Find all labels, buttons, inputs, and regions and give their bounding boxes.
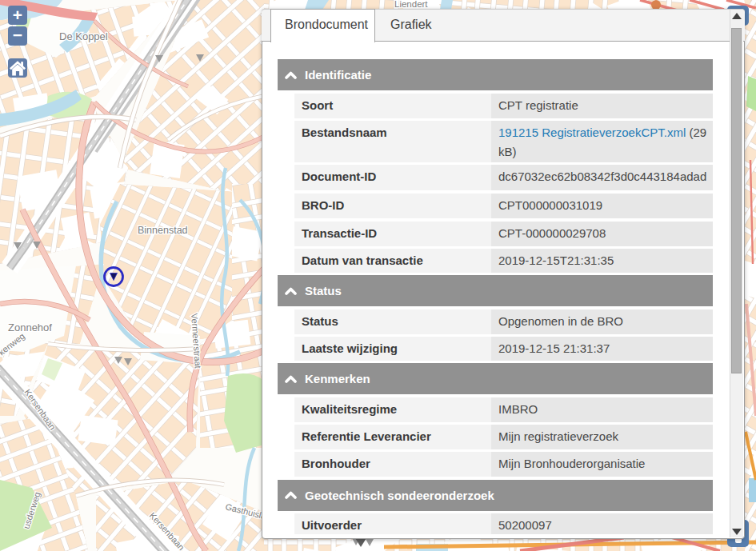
- svg-text:De Koppel: De Koppel: [59, 30, 108, 42]
- svg-text:Zonnehof: Zonnehof: [8, 321, 52, 333]
- svg-text:Liendert: Liendert: [394, 0, 428, 9]
- svg-text:Binnenstad: Binnenstad: [138, 225, 188, 236]
